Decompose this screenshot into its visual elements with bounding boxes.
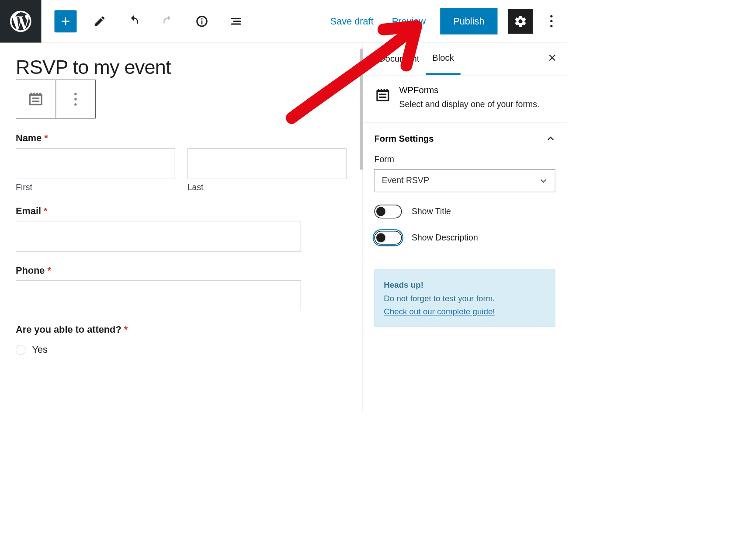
notice-heading: Heads up! [384,278,546,291]
notice-body-text: Do not forget to test your form. [384,294,495,303]
block-floating-toolbar [16,80,96,118]
section-heading: Form Settings [375,134,434,144]
close-icon [548,53,558,63]
field-name: Name * First Last [16,133,347,193]
redo-button[interactable] [157,10,179,32]
field-label: Phone [16,265,45,275]
tab-block[interactable]: Block [426,43,461,75]
svg-rect-2 [201,18,203,20]
block-type-button[interactable] [16,80,55,118]
toggle-label: Show Title [412,206,451,216]
email-input[interactable] [16,221,301,252]
last-name-input[interactable] [187,148,347,179]
form-selected-value: Event RSVP [382,175,429,185]
toggle-label: Show Description [412,233,478,243]
outline-button[interactable] [225,10,247,32]
more-options-button[interactable] [544,9,559,34]
required-asterisk: * [124,324,128,335]
radio-label: Yes [32,345,48,355]
first-name-input[interactable] [16,148,175,179]
block-more-button[interactable] [55,80,95,118]
field-email: Email * [16,205,347,252]
close-sidebar-button[interactable] [548,52,558,65]
vertical-dots-icon [550,15,552,28]
chevron-down-icon [539,176,548,185]
settings-sidebar: Document Block WPForms Select and displa… [362,43,567,413]
toolbar-left-group [55,10,247,32]
wordpress-icon [8,8,34,34]
wordpress-logo[interactable] [0,0,42,42]
show-title-toggle[interactable] [375,205,402,219]
outline-icon [229,14,243,28]
info-button[interactable] [191,10,213,32]
tab-document[interactable]: Document [372,43,426,75]
notice-guide-link[interactable]: Check out our complete guide! [384,306,495,316]
field-phone: Phone * [16,265,347,311]
settings-button[interactable] [508,9,533,34]
show-description-toggle[interactable] [375,231,402,245]
pencil-icon [93,14,106,28]
show-title-toggle-row: Show Title [375,205,555,219]
field-label: Are you able to attend? [16,324,121,335]
phone-input[interactable] [16,280,301,311]
block-title: WPForms [399,85,540,95]
vertical-dots-icon [74,93,76,105]
form-settings-toggle[interactable]: Form Settings [363,122,567,148]
radio-icon [16,345,26,355]
field-label: Email [16,205,41,216]
form-icon [375,87,392,104]
save-draft-button[interactable]: Save draft [326,13,378,29]
radio-option[interactable]: Yes [16,345,347,355]
svg-rect-1 [201,21,203,24]
undo-icon [127,14,140,28]
form-icon [27,90,45,108]
chevron-up-icon [546,134,555,143]
edit-button[interactable] [89,10,111,32]
info-icon [195,14,208,28]
first-name-sublabel: First [16,182,175,192]
form-label: Form [375,154,555,164]
block-description: Select and display one of your forms. [399,98,540,110]
block-info: WPForms Select and display one of your f… [363,76,567,123]
redo-icon [161,14,174,28]
form-select[interactable]: Event RSVP [375,169,555,192]
add-block-button[interactable] [55,10,77,32]
plus-icon [59,14,72,28]
publish-button[interactable]: Publish [440,8,497,35]
sidebar-tabs: Document Block [363,43,567,76]
svg-rect-3 [30,95,42,104]
field-label: Name [16,133,42,143]
undo-button[interactable] [123,10,145,32]
toolbar-right-group: Save draft Preview Publish [326,8,567,35]
field-attend: Are you able to attend? * Yes [16,324,347,355]
gear-icon [513,14,527,28]
heads-up-notice: Heads up! Do not forget to test your for… [375,269,555,327]
editor-toolbar: Save draft Preview Publish [0,0,567,43]
editor-canvas: RSVP to my event Name * [0,43,362,413]
required-asterisk: * [44,205,47,216]
required-asterisk: * [48,265,51,275]
preview-button[interactable]: Preview [388,13,430,29]
required-asterisk: * [44,133,48,143]
page-title[interactable]: RSVP to my event [16,56,347,79]
show-description-toggle-row: Show Description [375,231,555,245]
form-settings-body: Form Event RSVP Show Title Show Descript… [363,148,567,256]
svg-rect-6 [377,91,388,101]
last-name-sublabel: Last [187,182,347,192]
